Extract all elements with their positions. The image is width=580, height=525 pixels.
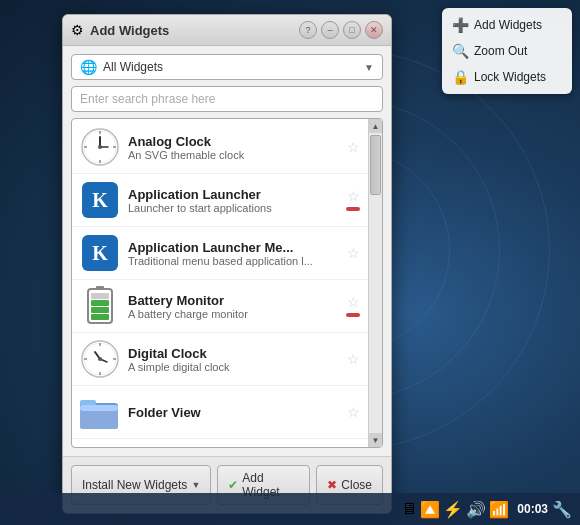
widget-name: Application Launcher [128,187,338,202]
taskbar-icon-1[interactable]: 🖥 [401,500,417,518]
minimize-button[interactable]: – [321,21,339,39]
widget-desc: Launcher to start applications [128,202,338,214]
add-widgets-dialog: ⚙ Add Widgets ? – □ ✕ 🌐 All Widgets ▼ En… [62,14,392,514]
add-icon: ➕ [452,17,468,33]
taskbar-icon-settings[interactable]: 🔧 [552,500,572,519]
lock-icon: 🔒 [452,69,468,85]
close-label: Close [341,478,372,492]
list-item[interactable]: K Application Launcher Launcher to start… [72,174,368,227]
install-label: Install New Widgets [82,478,187,492]
favorite-icon[interactable]: ☆ [347,246,360,260]
zoom-out-menu-item[interactable]: 🔍 Zoom Out [442,38,572,64]
svg-rect-14 [91,293,109,299]
category-label: All Widgets [103,60,358,74]
widget-desc: A battery charge monitor [128,308,338,320]
taskbar-icon-battery[interactable]: ⚡ [443,500,463,519]
favorite-icon[interactable]: ☆ [347,352,360,366]
maximize-button[interactable]: □ [343,21,361,39]
svg-rect-13 [91,300,109,306]
app-launcher-menu-icon: K [80,233,120,273]
svg-rect-11 [91,314,109,320]
add-widgets-menu-item[interactable]: ➕ Add Widgets [442,12,572,38]
zoom-icon: 🔍 [452,43,468,59]
help-button[interactable]: ? [299,21,317,39]
scroll-down-button[interactable]: ▼ [369,433,383,447]
scrollbar: ▲ ▼ [368,119,382,447]
dialog-title: Add Widgets [90,23,169,38]
folder-view-icon [80,392,120,432]
zoom-out-label: Zoom Out [474,44,527,58]
scroll-up-button[interactable]: ▲ [369,119,383,133]
favorite-icon[interactable]: ☆ [347,405,360,419]
category-dropdown[interactable]: 🌐 All Widgets ▼ [71,54,383,80]
dropdown-arrow-icon: ▼ [364,62,374,73]
lock-widgets-menu-item[interactable]: 🔒 Lock Widgets [442,64,572,90]
dialog-icon: ⚙ [71,22,84,38]
titlebar-buttons: ? – □ ✕ [299,21,383,39]
svg-rect-12 [91,307,109,313]
svg-rect-27 [80,405,118,411]
widget-name: Digital Clock [128,346,339,361]
battery-monitor-icon [80,286,120,326]
widget-desc: A simple digital clock [128,361,339,373]
favorite-icon[interactable]: ☆ [347,140,360,154]
list-item[interactable]: K Application Launcher Me... Traditional… [72,227,368,280]
svg-point-8 [98,145,102,149]
favorite-icon[interactable]: ☆ [347,189,360,203]
widget-desc: An SVG themable clock [128,149,339,161]
taskbar-time: 00:03 [517,502,548,516]
widget-name: Analog Clock [128,134,339,149]
analog-clock-icon [80,127,120,167]
taskbar-icons: 🖥 🔼 ⚡ 🔊 📶 [401,500,509,519]
taskbar: 🖥 🔼 ⚡ 🔊 📶 00:03 🔧 [0,493,580,525]
svg-point-23 [98,357,102,361]
widget-name: Application Launcher Me... [128,240,339,255]
widget-list-container: Analog Clock An SVG themable clock ☆ K [71,118,383,448]
dropdown-arrow-icon: ▼ [191,480,200,490]
list-item[interactable]: 📝 Kate Session Applet Kate Session Launc… [72,439,368,447]
kate-session-icon: 📝 [80,445,120,447]
list-item[interactable]: Folder View ☆ [72,386,368,439]
widget-name: Battery Monitor [128,293,338,308]
add-widgets-label: Add Widgets [474,18,542,32]
taskbar-icon-2[interactable]: 🔼 [420,500,440,519]
close-x-icon: ✖ [327,478,337,492]
lock-widgets-label: Lock Widgets [474,70,546,84]
list-item[interactable]: Digital Clock A simple digital clock ☆ [72,333,368,386]
dialog-titlebar: ⚙ Add Widgets ? – □ ✕ [63,15,391,46]
list-item[interactable]: Battery Monitor A battery charge monitor… [72,280,368,333]
close-titlebar-button[interactable]: ✕ [365,21,383,39]
remove-button[interactable] [346,207,360,211]
dialog-body: 🌐 All Widgets ▼ Enter search phrase here [63,46,391,456]
checkmark-icon: ✔ [228,478,238,492]
category-icon: 🌐 [80,59,97,75]
favorite-icon[interactable]: ☆ [347,295,360,309]
search-input[interactable]: Enter search phrase here [71,86,383,112]
list-item[interactable]: Analog Clock An SVG themable clock ☆ [72,121,368,174]
widget-name: Folder View [128,405,339,420]
app-launcher-icon: K [80,180,120,220]
desktop-context-menu: ➕ Add Widgets 🔍 Zoom Out 🔒 Lock Widgets [442,8,572,94]
widget-list: Analog Clock An SVG themable clock ☆ K [72,119,368,447]
taskbar-icon-volume[interactable]: 🔊 [466,500,486,519]
taskbar-icon-network[interactable]: 📶 [489,500,509,519]
digital-clock-icon [80,339,120,379]
scrollbar-thumb[interactable] [370,135,381,195]
remove-button[interactable] [346,313,360,317]
widget-desc: Traditional menu based application l... [128,255,339,267]
